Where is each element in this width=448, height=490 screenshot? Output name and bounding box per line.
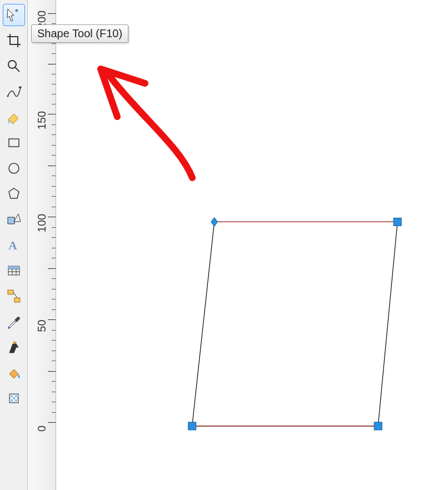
shape-node[interactable] — [394, 218, 401, 226]
ellipse-tool-button[interactable] — [3, 158, 24, 179]
text-tool-icon: A — [6, 237, 22, 253]
smart-fill-tool-icon — [6, 109, 22, 125]
svg-point-0 — [16, 9, 18, 12]
canvas-svg — [56, 0, 448, 489]
svg-rect-21 — [9, 394, 18, 403]
fill-tool-icon — [6, 365, 22, 381]
shape-node[interactable] — [188, 422, 196, 430]
svg-marker-9 — [14, 214, 21, 222]
freehand-tool-icon — [6, 84, 22, 99]
smart-fill-tool-button[interactable] — [3, 107, 24, 128]
svg-line-2 — [15, 67, 19, 72]
crop-tool-button[interactable] — [3, 30, 24, 51]
svg-rect-17 — [8, 290, 13, 294]
eyedropper-tool-icon — [6, 314, 22, 329]
crop-tool-icon — [6, 33, 22, 48]
zoom-tool-button[interactable] — [3, 56, 24, 77]
vertical-ruler[interactable]: 200150100500 — [28, 0, 56, 490]
rectangle-tool-button[interactable] — [3, 132, 24, 153]
ellipse-tool-icon — [6, 161, 22, 176]
svg-rect-18 — [14, 298, 20, 302]
svg-rect-8 — [8, 217, 14, 224]
connector-tool-button[interactable] — [3, 286, 24, 307]
connector-tool-icon — [6, 288, 22, 304]
outline-tool-button[interactable] — [3, 337, 24, 358]
ruler-label: 0 — [36, 426, 48, 432]
svg-marker-26 — [192, 222, 397, 426]
selected-shape[interactable] — [188, 217, 401, 429]
svg-point-20 — [8, 327, 10, 329]
table-tool-button[interactable] — [3, 260, 24, 281]
basic-shapes-tool-icon — [6, 212, 22, 227]
fill-tool-button[interactable] — [3, 362, 24, 383]
shape-tool-icon — [6, 7, 22, 23]
svg-marker-4 — [18, 86, 22, 89]
eyedropper-tool-button[interactable] — [3, 311, 24, 332]
app-root: A — [0, 0, 448, 490]
polygon-tool-icon — [6, 186, 22, 202]
zoom-tool-icon — [6, 58, 22, 74]
toolbox: A — [0, 0, 28, 490]
ruler-label: 150 — [36, 111, 48, 129]
text-tool-button[interactable]: A — [3, 234, 24, 256]
shape-tool-button[interactable] — [3, 4, 24, 26]
freehand-tool-button[interactable] — [3, 81, 24, 102]
svg-point-1 — [8, 61, 16, 68]
canvas[interactable] — [56, 0, 448, 490]
basic-shapes-tool-button[interactable] — [3, 209, 24, 230]
shape-node[interactable] — [211, 217, 218, 226]
tooltip: Shape Tool (F10) — [31, 24, 128, 43]
svg-line-19 — [13, 292, 17, 298]
shape-node[interactable] — [374, 422, 382, 430]
rectangle-tool-icon — [6, 135, 22, 151]
svg-rect-5 — [9, 139, 19, 147]
svg-text:A: A — [8, 238, 17, 252]
table-tool-icon — [6, 263, 22, 278]
svg-rect-16 — [8, 266, 19, 269]
transparency-tool-button[interactable] — [3, 388, 24, 409]
outline-tool-icon — [6, 339, 22, 355]
svg-marker-7 — [9, 188, 19, 198]
polygon-tool-button[interactable] — [3, 183, 24, 204]
svg-point-6 — [9, 163, 19, 173]
svg-point-3 — [7, 96, 8, 97]
transparency-tool-icon — [6, 391, 22, 406]
ruler-label: 100 — [36, 214, 48, 232]
ruler-label: 50 — [36, 319, 48, 332]
